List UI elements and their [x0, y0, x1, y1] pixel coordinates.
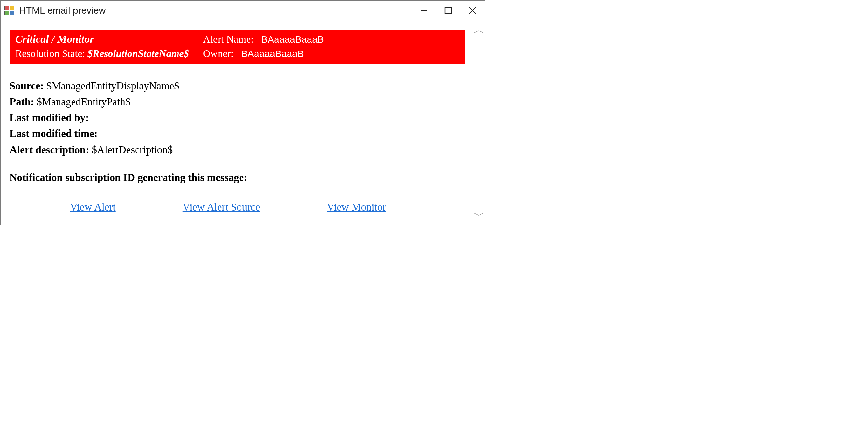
last-modified-time-label: Last modified time: — [9, 128, 98, 139]
svg-rect-1 — [445, 7, 452, 14]
alert-name-value: BAaaaaBaaaB — [261, 34, 324, 44]
links-row: View Alert View Alert Source View Monito… — [9, 201, 465, 213]
close-icon — [468, 6, 477, 15]
path-label: Path: — [9, 96, 34, 107]
alert-description-label: Alert description: — [9, 144, 89, 156]
resolution-state-value: $ResolutionStateName$ — [88, 48, 189, 59]
scroll-down-icon[interactable]: ﹀ — [474, 210, 485, 221]
maximize-icon — [444, 6, 453, 14]
alert-name-label: Alert Name: — [203, 33, 254, 45]
preview-window: HTML email preview — [0, 0, 485, 225]
view-alert-link[interactable]: View Alert — [70, 201, 116, 213]
minimize-icon — [420, 6, 429, 15]
subscription-id-label: Notification subscription ID generating … — [9, 172, 247, 183]
view-alert-source-link[interactable]: View Alert Source — [183, 201, 260, 213]
resolution-state-label: Resolution State: — [15, 48, 85, 59]
alert-description-value: $AlertDescription$ — [92, 144, 173, 156]
minimize-button[interactable] — [412, 1, 436, 20]
window-controls — [412, 1, 485, 20]
source-row: Source: $ManagedEntityDisplayName$ — [9, 78, 465, 94]
titlebar: HTML email preview — [1, 1, 485, 20]
path-value: $ManagedEntityPath$ — [37, 96, 130, 107]
source-label: Source: — [9, 80, 44, 92]
alert-description-row: Alert description: $AlertDescription$ — [9, 142, 465, 158]
email-content: Critical / Monitor Alert Name: BAaaaaBaa… — [1, 20, 474, 225]
app-icon — [4, 6, 14, 15]
owner-label: Owner: — [203, 48, 234, 59]
alert-banner: Critical / Monitor Alert Name: BAaaaaBaa… — [9, 30, 465, 64]
alert-details: Source: $ManagedEntityDisplayName$ Path:… — [9, 78, 465, 158]
scroll-up-icon[interactable]: ︿ — [474, 24, 485, 35]
last-modified-time-row: Last modified time: — [9, 126, 465, 141]
maximize-button[interactable] — [436, 1, 460, 20]
window-title: HTML email preview — [19, 5, 106, 16]
view-monitor-link[interactable]: View Monitor — [327, 201, 386, 213]
subscription-id-row: Notification subscription ID generating … — [9, 172, 465, 184]
client-area: Critical / Monitor Alert Name: BAaaaaBaa… — [1, 20, 485, 225]
severity-text: Critical / Monitor — [15, 33, 94, 45]
last-modified-by-row: Last modified by: — [9, 110, 465, 126]
source-value: $ManagedEntityDisplayName$ — [46, 80, 180, 92]
vertical-scrollbar[interactable]: ︿ ﹀ — [474, 20, 485, 225]
last-modified-by-label: Last modified by: — [9, 112, 89, 123]
owner-value: BAaaaaBaaaB — [241, 49, 304, 59]
titlebar-left: HTML email preview — [4, 5, 106, 16]
path-row: Path: $ManagedEntityPath$ — [9, 94, 465, 110]
close-button[interactable] — [460, 1, 485, 20]
